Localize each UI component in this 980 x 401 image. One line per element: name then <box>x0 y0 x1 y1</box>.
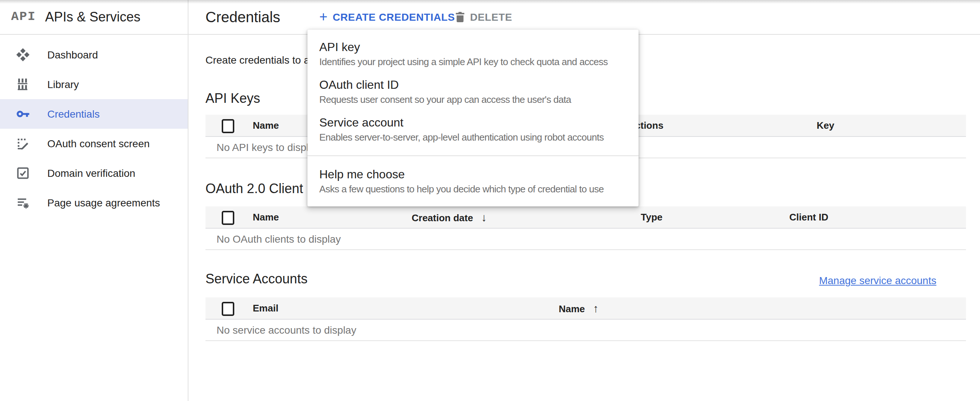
api-logo: API <box>11 0 36 34</box>
select-all-checkbox[interactable] <box>222 302 234 316</box>
delete-button[interactable]: DELETE <box>449 6 518 28</box>
empty-state-row: No service accounts to display <box>205 320 966 341</box>
table-header-row: Email Name <box>205 297 966 320</box>
sidebar-item-domain-verification[interactable]: Domain verification <box>0 158 188 188</box>
menu-item-description: Requests user consent so your app can ac… <box>319 93 627 107</box>
menu-item-title: Service account <box>319 115 627 130</box>
section-heading-service-accounts: Service Accounts <box>205 271 307 287</box>
service-accounts-table: Email Name No service accounts to displa… <box>205 297 966 341</box>
domain-verification-icon <box>16 166 30 180</box>
dashboard-icon <box>16 48 30 61</box>
menu-item-title: OAuth client ID <box>319 78 627 93</box>
create-credentials-menu: API key Identifies your project using a … <box>307 30 638 206</box>
column-header-name: Name <box>253 115 279 136</box>
sidebar-item-label: Library <box>47 78 79 90</box>
manage-service-accounts-link[interactable]: Manage service accounts <box>819 275 936 286</box>
column-header-name[interactable]: Name <box>559 297 599 320</box>
empty-state-text: No service accounts to display <box>216 324 356 336</box>
section-heading-api-keys: API Keys <box>205 90 260 107</box>
sidebar-item-label: Page usage agreements <box>47 197 160 209</box>
menu-item-description: Asks a few questions to help you decide … <box>319 183 627 196</box>
column-header-client-id: Client ID <box>789 206 828 228</box>
table-header-row: Name Creation date Type Client ID <box>205 206 966 228</box>
sidebar-item-label: Dashboard <box>47 49 98 61</box>
menu-item-service-account[interactable]: Service account Enables server-to-server… <box>307 111 638 149</box>
menu-item-title: Help me choose <box>319 167 627 182</box>
delete-label: DELETE <box>470 11 512 23</box>
page-title: Credentials <box>205 0 280 34</box>
column-header-name: Name <box>253 206 279 228</box>
page-usage-icon <box>16 196 30 209</box>
trash-icon <box>455 11 465 22</box>
sort-descending-icon <box>481 211 487 224</box>
sidebar-item-label: Domain verification <box>47 167 135 179</box>
plus-icon <box>319 6 328 28</box>
sidebar-item-oauth-consent-screen[interactable]: OAuth consent screen <box>0 129 188 158</box>
menu-item-help-me-choose[interactable]: Help me choose Asks a few questions to h… <box>307 163 638 200</box>
oauth-consent-icon <box>16 137 30 150</box>
menu-item-api-key[interactable]: API key Identifies your project using a … <box>307 35 638 73</box>
sidebar-item-label: Credentials <box>47 108 100 120</box>
menu-item-oauth-client-id[interactable]: OAuth client ID Requests user consent so… <box>307 73 638 111</box>
sidebar-item-library[interactable]: Library <box>0 70 188 99</box>
menu-item-description: Enables server-to-server, app-level auth… <box>319 131 627 144</box>
sort-ascending-icon <box>593 302 599 315</box>
sidebar-divider <box>188 0 188 401</box>
column-header-type: Type <box>641 206 663 228</box>
menu-item-description: Identifies your project using a simple A… <box>319 56 627 69</box>
column-header-key: Key <box>817 115 834 136</box>
library-icon <box>16 78 30 91</box>
menu-divider <box>307 155 638 156</box>
credentials-page: API APIs & Services Credentials CREATE C… <box>0 0 980 401</box>
select-all-checkbox[interactable] <box>222 119 234 133</box>
empty-state-text: No API keys to display <box>216 141 320 153</box>
sidebar-item-dashboard[interactable]: Dashboard <box>0 40 188 70</box>
create-credentials-button[interactable]: CREATE CREDENTIALS <box>313 6 461 28</box>
empty-state-text: No OAuth clients to display <box>216 233 341 245</box>
oauth-clients-table: Name Creation date Type Client ID No OAu… <box>205 206 966 250</box>
intro-text: Create credentials to acc <box>205 54 320 67</box>
sidebar-item-credentials[interactable]: Credentials <box>0 99 188 129</box>
sidebar-item-label: OAuth consent screen <box>47 137 150 149</box>
app-title: APIs & Services <box>45 0 140 34</box>
empty-state-row: No OAuth clients to display <box>205 228 966 250</box>
menu-item-title: API key <box>319 40 627 55</box>
sidebar: Dashboard Library <box>0 40 188 217</box>
create-credentials-label: CREATE CREDENTIALS <box>332 11 455 23</box>
select-all-checkbox[interactable] <box>222 211 234 225</box>
column-header-creation-date[interactable]: Creation date <box>412 206 487 228</box>
column-header-email: Email <box>253 297 278 319</box>
key-icon <box>16 107 30 121</box>
sidebar-item-page-usage-agreements[interactable]: Page usage agreements <box>0 188 188 217</box>
